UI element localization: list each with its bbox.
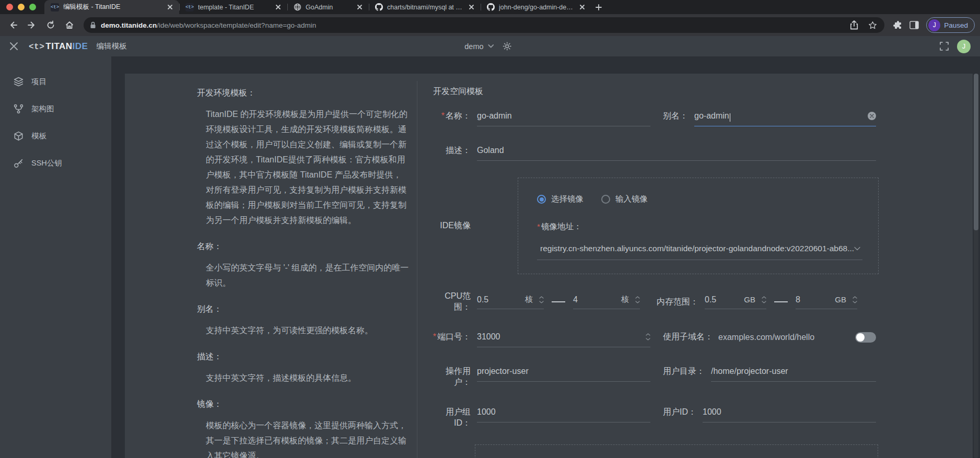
- profile-paused-button[interactable]: J Paused: [926, 17, 975, 33]
- cpu-min-value: 0.5: [477, 295, 525, 304]
- side-panel-icon[interactable]: [907, 18, 921, 32]
- sidebar-item-label: SSH公钥: [31, 158, 62, 168]
- sidebar-item-architecture[interactable]: 架构图: [0, 95, 111, 122]
- window-close-button[interactable]: [6, 4, 13, 10]
- tab-go-admin-demo[interactable]: john-deng/go-admin-demo: [481, 0, 591, 14]
- scrollbar-thumb[interactable]: [974, 74, 978, 230]
- help-body: 全小写的英文字母与 '-' 组成的，是在工作空间内的唯一标识。: [206, 260, 410, 290]
- help-body: 支持中英文字符，描述模板的具体信息。: [206, 370, 410, 385]
- stepper-control[interactable]: [762, 296, 766, 303]
- help-heading: 别名：: [197, 304, 410, 315]
- image-address-select[interactable]: registry.cn-shenzhen.aliyuncs.com/titani…: [537, 244, 862, 260]
- subdomain-example: examples.com/world/hello: [718, 333, 814, 342]
- op-user-input[interactable]: projector-user: [477, 367, 650, 382]
- stepper-control[interactable]: [539, 296, 544, 303]
- close-tab-icon[interactable]: [578, 3, 586, 11]
- lock-icon: [90, 21, 96, 29]
- key-icon: [14, 158, 24, 168]
- close-editor-icon[interactable]: [9, 42, 18, 51]
- browser-toolbar: demo.titanide.cn/ide/web/workspace/templ…: [0, 14, 980, 36]
- help-heading: 名称：: [197, 241, 410, 252]
- url-path: /ide/web/workspace/template/edit?name=go…: [157, 21, 316, 29]
- tab-title: 编辑模板 - TitanIDE: [63, 3, 161, 11]
- tab-template[interactable]: <t> template - TitanIDE: [179, 0, 287, 14]
- home-button[interactable]: [62, 17, 77, 33]
- help-heading: 描述：: [197, 351, 410, 362]
- fullscreen-icon[interactable]: [940, 42, 949, 51]
- user-id-input[interactable]: 1000: [703, 407, 876, 422]
- cpu-max-input[interactable]: 4 核: [573, 295, 640, 309]
- user-avatar[interactable]: J: [957, 40, 971, 53]
- logo-titan: TITAN: [45, 41, 72, 52]
- radio-label: 输入镜像: [615, 194, 648, 205]
- tab-title: john-deng/go-admin-demo: [499, 4, 574, 11]
- stepper-control[interactable]: [646, 333, 650, 340]
- close-tab-icon[interactable]: [274, 3, 282, 11]
- user-dir-label: 用户目录：: [663, 366, 705, 377]
- op-user-label: 操作用户：: [432, 366, 471, 388]
- help-body: 支持中英文字符，为可读性更强的模板名称。: [206, 323, 410, 338]
- stepper-control[interactable]: [853, 296, 857, 303]
- group-id-value: 1000: [477, 407, 496, 417]
- port-label: *端口号：: [432, 332, 471, 343]
- forward-button[interactable]: [24, 17, 40, 33]
- url-text[interactable]: demo.titanide.cn/ide/web/workspace/templ…: [101, 21, 843, 29]
- close-tab-icon[interactable]: [355, 3, 364, 11]
- radio-label: 选择镜像: [551, 194, 584, 205]
- radio-select-image[interactable]: 选择镜像: [537, 194, 584, 205]
- clear-input-icon[interactable]: [868, 112, 876, 120]
- chevron-down-icon: [854, 246, 860, 251]
- alias-input[interactable]: go-admin: [694, 111, 876, 126]
- profile-status-label: Paused: [944, 21, 968, 29]
- url-domain: demo.titanide.cn: [101, 21, 157, 29]
- sidebar-item-templates[interactable]: 模板: [0, 122, 111, 149]
- tab-goadmin[interactable]: GoAdmin: [287, 0, 369, 14]
- cpu-min-input[interactable]: 0.5 核: [477, 295, 544, 309]
- tab-bitnami-mysql[interactable]: charts/bitnami/mysql at master: [369, 0, 481, 14]
- memory-min-input[interactable]: 0.5 GB: [705, 295, 766, 309]
- extensions-puzzle-icon[interactable]: [891, 18, 904, 32]
- address-bar[interactable]: demo.titanide.cn/ide/web/workspace/templ…: [84, 17, 884, 33]
- cpu-unit: 核: [525, 295, 533, 304]
- radio-input-image[interactable]: 输入镜像: [601, 194, 648, 205]
- help-heading: 镜像：: [197, 399, 410, 410]
- ide-image-label: IDE镜像: [432, 220, 471, 231]
- close-tab-icon[interactable]: [467, 3, 475, 11]
- sidebar-item-label: 项目: [31, 77, 46, 87]
- titanide-logo[interactable]: <t>TITANIDE: [29, 41, 88, 52]
- user-id-value: 1000: [703, 407, 721, 417]
- help-heading: 开发环境模板：: [197, 88, 410, 99]
- template-form: 开发空间模板 *名称： go-admin 别名： go-admin: [432, 74, 876, 458]
- tab-edit-template[interactable]: <t> 编辑模板 - TitanIDE: [44, 0, 179, 14]
- workspace-selector[interactable]: demo: [464, 42, 483, 51]
- tab-title: template - TitanIDE: [198, 4, 270, 11]
- memory-max-input[interactable]: 8 GB: [796, 295, 857, 309]
- settings-gear-icon[interactable]: [503, 42, 512, 51]
- window-zoom-button[interactable]: [29, 4, 36, 10]
- cpu-range-label: CPU范围：: [432, 291, 471, 313]
- chevron-down-icon[interactable]: [488, 44, 494, 48]
- name-input[interactable]: go-admin: [477, 111, 650, 126]
- template-edit-card: 开发环境模板：TitanIDE 的开发环境模板是为用户提供一个可定制化的环境模板…: [125, 74, 973, 458]
- new-tab-button[interactable]: [591, 0, 606, 14]
- subdomain-toggle[interactable]: [855, 332, 876, 343]
- bookmark-star-icon[interactable]: [866, 18, 879, 32]
- description-input[interactable]: Goland: [477, 146, 876, 161]
- user-dir-input[interactable]: /home/projector-user: [711, 367, 876, 382]
- share-icon[interactable]: [847, 18, 861, 32]
- layers-icon: [14, 77, 24, 87]
- reload-button[interactable]: [43, 17, 59, 33]
- sidebar-item-ssh-keys[interactable]: SSH公钥: [0, 149, 111, 177]
- memory-min-value: 0.5: [705, 295, 744, 304]
- port-input[interactable]: 31000: [477, 332, 650, 347]
- sidebar-item-projects[interactable]: 项目: [0, 68, 111, 95]
- sidebar-item-label: 模板: [31, 131, 46, 141]
- window-minimize-button[interactable]: [18, 4, 25, 10]
- close-tab-icon[interactable]: [166, 3, 174, 11]
- back-button[interactable]: [5, 17, 21, 33]
- group-id-input[interactable]: 1000: [477, 407, 650, 422]
- github-icon: [487, 3, 495, 11]
- stepper-control[interactable]: [635, 296, 640, 303]
- github-icon: [375, 3, 383, 11]
- name-label: *名称：: [432, 111, 471, 122]
